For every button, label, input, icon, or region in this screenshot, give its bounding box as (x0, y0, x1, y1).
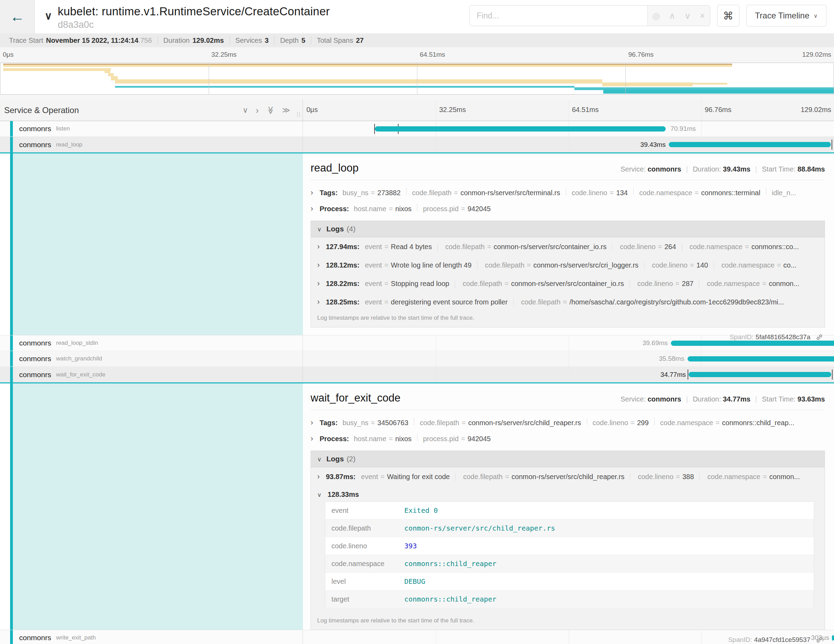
span-row-write-exit-path[interactable]: conmonrs write_exit_path 303μs (0, 630, 834, 644)
find-next-icon[interactable]: ∨ (684, 11, 691, 20)
find-prev-icon[interactable]: ∧ (669, 11, 676, 20)
tag-key: code.namespace (639, 189, 692, 197)
logs-header[interactable]: ∨ Logs (2) (311, 451, 824, 467)
span-bar-cell[interactable]: 303μs (303, 630, 834, 644)
span-row-read-loop-stdin[interactable]: conmonrs read_loop_stdin 39.69ms (0, 335, 834, 351)
duration-label: Duration: (693, 165, 721, 173)
service-color-stripe (10, 121, 13, 136)
log-field-key: code.filepath (485, 261, 524, 269)
services-item: Services 3 (230, 37, 275, 45)
separator: | (686, 395, 688, 403)
collapse-one-icon[interactable]: ∨ (242, 107, 248, 114)
trace-minimap-scrubber[interactable] (0, 63, 834, 95)
keyboard-shortcuts-button[interactable]: ⌘ (717, 5, 739, 26)
logs-section: ∨ Logs (2) › 93.87ms: event=Waiting for … (310, 451, 825, 630)
log-timestamp: 127.94ms: (326, 243, 360, 251)
log-field-value: conmon... (769, 473, 800, 481)
logs-section: ∨ Logs (4) › 127.94ms: event=Read 4 byte… (310, 220, 825, 327)
process-row[interactable]: › Process: host.name=nixos process.pid=9… (310, 201, 825, 217)
minimap-ruler: 0μs 32.25ms 64.51ms 96.76ms 129.02ms (0, 47, 834, 63)
span-bar[interactable] (375, 126, 666, 131)
span-detail-read-loop: read_loop Service: conmonrs | Duration: … (0, 152, 834, 335)
span-tick (832, 369, 832, 380)
tag-key: code.filepath (412, 189, 451, 197)
ruler-gridline (436, 100, 436, 121)
ruler-tick-0: 0μs (306, 106, 318, 114)
span-name-cell[interactable]: conmonrs watch_grandchild (0, 351, 303, 366)
back-button[interactable]: ← (0, 0, 35, 33)
log-row[interactable]: › 93.87ms: event=Waiting for exit code c… (311, 467, 824, 486)
span-bar[interactable] (689, 372, 832, 377)
field-key: code.filepath (325, 519, 398, 537)
log-field-key: event (365, 280, 382, 287)
tag-key: code.namespace (660, 419, 713, 427)
detail-highlight-column (13, 383, 303, 630)
log-row[interactable]: › 127.94ms: event=Read 4 bytes code.file… (311, 237, 824, 256)
duration-value: 39.43ms (723, 165, 750, 173)
operation-name: listen (56, 125, 70, 132)
span-name-cell[interactable]: conmonrs wait_for_exit_code (0, 367, 303, 382)
span-row-watch-grandchild[interactable]: conmonrs watch_grandchild 35.58ms (0, 351, 834, 367)
start-time-label: Start Time: (762, 395, 796, 403)
span-bar-cell[interactable]: 35.58ms (303, 351, 834, 366)
span-row-read-loop[interactable]: conmonrs read_loop 39.43ms (0, 137, 834, 152)
span-name-cell[interactable]: conmonrs read_loop (0, 137, 303, 152)
collapse-controls: ∨ › ≫ ≫ (242, 106, 299, 115)
log-field-key: code.lineno (620, 243, 655, 251)
tag-value: nixos (396, 435, 412, 443)
separator: | (686, 165, 688, 173)
collapse-all-icon[interactable]: ≫ (267, 106, 274, 114)
detail-left-gutter (0, 154, 303, 335)
log-row[interactable]: › 128.12ms: event=Wrote log line of leng… (311, 256, 824, 274)
log-row-expanded[interactable]: ∨ 128.33ms (311, 486, 824, 500)
locate-icon[interactable]: ◎ (653, 11, 660, 20)
tag-value: conmon-rs/server/src/child_reaper.rs (468, 419, 581, 427)
table-row: code.filepath conmon-rs/server/src/child… (325, 519, 814, 537)
tag-key: code.filepath (420, 419, 459, 427)
find-clear-icon[interactable]: × (700, 11, 705, 20)
span-bar-cell[interactable]: 70.91ms (303, 121, 834, 136)
start-time-value: 93.63ms (797, 395, 825, 403)
span-bar[interactable] (671, 341, 834, 346)
span-bar-cell[interactable]: 39.69ms (303, 335, 834, 351)
table-row: event Exited 0 (325, 502, 814, 519)
service-color-stripe (10, 367, 13, 382)
tags-row[interactable]: › Tags: busy_ns=273882 code.filepath=con… (310, 184, 825, 201)
span-row-listen[interactable]: conmonrs listen 70.91ms (0, 121, 834, 137)
detail-content: read_loop Service: conmonrs | Duration: … (303, 154, 834, 335)
log-field-key: code.filepath (521, 298, 560, 306)
service-color-stripe (10, 154, 13, 335)
span-name-cell[interactable]: conmonrs read_loop_stdin (0, 335, 303, 351)
row-gridline (569, 137, 569, 152)
expand-one-icon[interactable]: › (255, 106, 259, 115)
find-input[interactable] (470, 6, 647, 26)
span-duration-label: 34.77ms (661, 371, 686, 379)
trace-view-selector[interactable]: Trace Timeline ∨ (746, 5, 826, 26)
process-row[interactable]: › Process: host.name=nixos process.pid=9… (310, 430, 825, 447)
span-bar-cell[interactable]: 34.77ms (303, 367, 834, 382)
span-bar-cell[interactable]: 39.43ms (303, 137, 834, 152)
service-label: Service: (621, 165, 645, 173)
span-name-cell[interactable]: conmonrs write_exit_path (0, 630, 303, 644)
tag-key: process.pid (423, 205, 458, 213)
log-row[interactable]: › 128.25ms: event=deregistering event so… (311, 293, 824, 311)
log-row[interactable]: › 128.22ms: event=Stopping read loop cod… (311, 274, 824, 293)
tags-row[interactable]: › Tags: busy_ns=34506763 code.filepath=c… (310, 414, 825, 430)
chevron-right-icon: › (317, 242, 320, 251)
ruler-tick-3: 96.76ms (705, 106, 731, 114)
span-bar[interactable] (669, 142, 831, 147)
log-field-value: conmonrs::co... (751, 243, 799, 251)
field-value: 393 (398, 537, 814, 555)
column-resize-grip[interactable]: || (297, 111, 301, 118)
start-time-label: Start Time: (762, 165, 796, 173)
span-name-cell[interactable]: conmonrs listen (0, 121, 303, 136)
span-bar[interactable] (832, 635, 834, 641)
collapse-header-icon[interactable]: ∨ (45, 10, 52, 22)
expand-all-icon[interactable]: ≫ (282, 107, 290, 114)
span-duration-label: 39.69ms (642, 339, 668, 347)
log-field-key: code.filepath (462, 280, 502, 287)
logs-header[interactable]: ∨ Logs (4) (311, 221, 824, 237)
span-row-wait-for-exit-code[interactable]: conmonrs wait_for_exit_code 34.77ms (0, 367, 834, 382)
span-bar[interactable] (688, 356, 834, 361)
tag-key: busy_ns (343, 419, 369, 427)
